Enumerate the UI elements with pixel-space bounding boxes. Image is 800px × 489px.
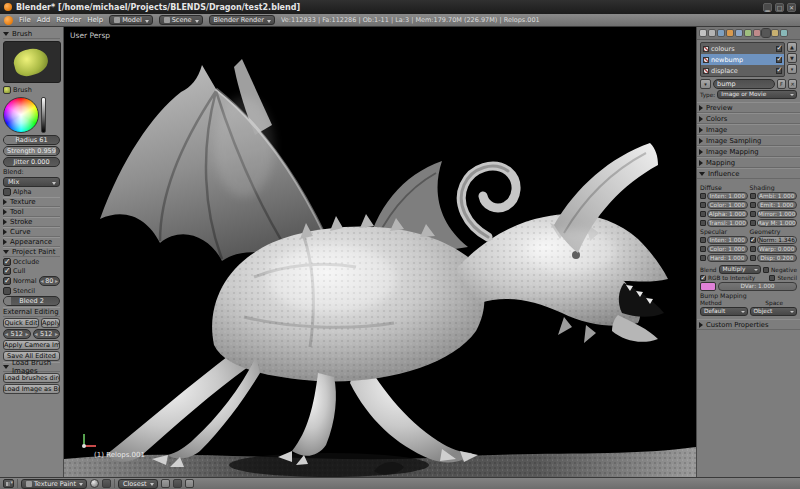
maximize-icon[interactable]: □ [775, 3, 784, 12]
menu-render[interactable]: Render [56, 16, 81, 24]
render-engine-dropdown[interactable]: Blender Render [209, 15, 275, 25]
layers-icon[interactable] [185, 479, 194, 488]
diffuse-intensity-slider[interactable]: Inten: 1.000 [707, 192, 748, 200]
diffuse-color-checkbox[interactable] [700, 202, 706, 208]
texture-slot-newbump[interactable]: newbump [701, 54, 784, 65]
slot-enabled-checkbox[interactable] [776, 68, 782, 74]
shading-ambient-checkbox[interactable] [750, 193, 756, 199]
stencil-checkbox[interactable] [769, 275, 775, 281]
cull-checkbox[interactable] [3, 267, 11, 275]
occlude-checkbox[interactable] [3, 258, 11, 266]
panel-appearance[interactable]: Appearance [3, 237, 60, 247]
slot-move-down-icon[interactable]: ▼ [787, 53, 797, 63]
bump-space-dropdown[interactable]: Object [750, 307, 798, 316]
panel-image[interactable]: Image [697, 124, 800, 135]
load-image-as-brush-button[interactable]: Load Image as Brush [3, 384, 60, 394]
texture-slot-colours[interactable]: colours [701, 43, 784, 54]
geometry-displace-slider[interactable]: Disp: 0.200 [757, 254, 798, 262]
tab-texture-icon[interactable] [762, 29, 770, 37]
texture-name-field[interactable]: bump [713, 79, 775, 89]
panel-influence[interactable]: Influence [697, 168, 800, 179]
tab-object-icon[interactable] [726, 29, 734, 37]
blender-logo-icon[interactable] [4, 16, 13, 25]
geometry-warp-checkbox[interactable] [750, 246, 756, 252]
manipulator-icon[interactable] [173, 479, 182, 488]
viewport-3d[interactable]: User Persp (1) Relops.001 [64, 27, 696, 477]
fake-user-button[interactable]: F [777, 79, 786, 89]
panel-image-mapping[interactable]: Image Mapping [697, 146, 800, 157]
tab-world-icon[interactable] [717, 29, 725, 37]
mode-dropdown[interactable]: Texture Paint [21, 479, 87, 489]
panel-colors[interactable]: Colors [697, 113, 800, 124]
panel-mapping[interactable]: Mapping [697, 157, 800, 168]
texture-color-swatch[interactable] [700, 282, 716, 291]
strength-slider[interactable]: Strength 0.959 [3, 146, 60, 156]
geometry-displace-checkbox[interactable] [750, 255, 756, 261]
diffuse-intensity-checkbox[interactable] [700, 193, 706, 199]
jitter-slider[interactable]: Jitter 0.000 [3, 157, 60, 167]
panel-curve[interactable]: Curve [3, 227, 60, 237]
blend-mode-dropdown[interactable]: Mix [3, 177, 60, 187]
color-wheel[interactable] [3, 97, 39, 133]
tab-data-icon[interactable] [744, 29, 752, 37]
panel-texture[interactable]: Texture [3, 197, 60, 207]
quick-edit-button[interactable]: Quick Edit [3, 318, 39, 328]
diffuse-alpha-checkbox[interactable] [700, 211, 706, 217]
bump-method-dropdown[interactable]: Default [700, 307, 748, 316]
dvar-slider[interactable]: DVar: 1.000 [718, 282, 797, 291]
geometry-normal-slider[interactable]: Norm: 1.346 [757, 236, 798, 244]
menu-file[interactable]: File [19, 16, 31, 24]
screen-layout-dropdown[interactable]: Model [109, 15, 153, 25]
panel-project-paint[interactable]: Project Paint [3, 247, 60, 257]
panel-brush[interactable]: Brush [3, 29, 60, 39]
panel-stroke[interactable]: Stroke [3, 217, 60, 227]
tab-scene-icon[interactable] [708, 29, 716, 37]
diffuse-translucency-checkbox[interactable] [700, 220, 706, 226]
specular-intensity-checkbox[interactable] [700, 237, 706, 243]
radius-slider[interactable]: Radius 61 [3, 135, 60, 145]
normal-checkbox[interactable] [3, 277, 11, 285]
tab-physics-icon[interactable] [780, 29, 788, 37]
apply-button[interactable]: Apply [41, 318, 60, 328]
texture-slot-displace[interactable]: displace [701, 65, 784, 76]
tab-particles-icon[interactable] [771, 29, 779, 37]
stencil-checkbox[interactable] [3, 287, 11, 295]
tab-material-icon[interactable] [753, 29, 761, 37]
menu-add[interactable]: Add [37, 16, 51, 24]
viewport-shading-icon[interactable] [90, 479, 99, 488]
shading-mirror-checkbox[interactable] [750, 211, 756, 217]
slot-enabled-checkbox[interactable] [776, 46, 782, 52]
panel-custom-properties[interactable]: Custom Properties [697, 319, 800, 330]
menu-help[interactable]: Help [87, 16, 103, 24]
panel-tool[interactable]: Tool [3, 207, 60, 217]
apply-camera-image-button[interactable]: Apply Camera Image [3, 340, 60, 350]
brush-selector[interactable]: Brush [3, 85, 60, 95]
alpha-checkbox[interactable] [3, 188, 11, 196]
editor-type-icon[interactable] [3, 479, 14, 488]
slot-menu-icon[interactable]: ▾ [787, 64, 797, 74]
brush-preview[interactable] [3, 41, 61, 83]
negative-checkbox[interactable] [763, 267, 769, 273]
panel-image-sampling[interactable]: Image Sampling [697, 135, 800, 146]
tab-render-icon[interactable] [699, 29, 707, 37]
close-icon[interactable]: ✕ [787, 3, 796, 12]
rgb-to-intensity-checkbox[interactable] [700, 275, 706, 281]
specular-color-slider[interactable]: Color: 1.000 [707, 245, 748, 253]
specular-hardness-slider[interactable]: Hard: 1.000 [707, 254, 748, 262]
falloff-dropdown[interactable]: Closest [118, 479, 158, 489]
specular-hardness-checkbox[interactable] [700, 255, 706, 261]
geometry-warp-slider[interactable]: Warp: 0.000 [757, 245, 798, 253]
scene-dropdown[interactable]: Scene [159, 15, 203, 25]
diffuse-alpha-slider[interactable]: Alpha: 1.000 [707, 210, 748, 218]
normal-angle-field[interactable]: 80 [39, 276, 60, 286]
shading-emit-slider[interactable]: Emit: 1.000 [757, 201, 798, 209]
edit-height-field[interactable]: 512 [33, 329, 61, 339]
value-slider[interactable] [41, 97, 46, 133]
shading-ambient-slider[interactable]: Ambi: 1.000 [757, 192, 798, 200]
shading-mirror-slider[interactable]: Mirror: 1.000 [757, 210, 798, 218]
panel-load-brush-images[interactable]: Load Brush Images [3, 362, 60, 372]
specular-color-checkbox[interactable] [700, 246, 706, 252]
shading-raymirror-checkbox[interactable] [750, 220, 756, 226]
panel-external-editing[interactable]: External Editing [3, 307, 60, 317]
blend-mode-dropdown[interactable]: Multiply [719, 265, 761, 274]
